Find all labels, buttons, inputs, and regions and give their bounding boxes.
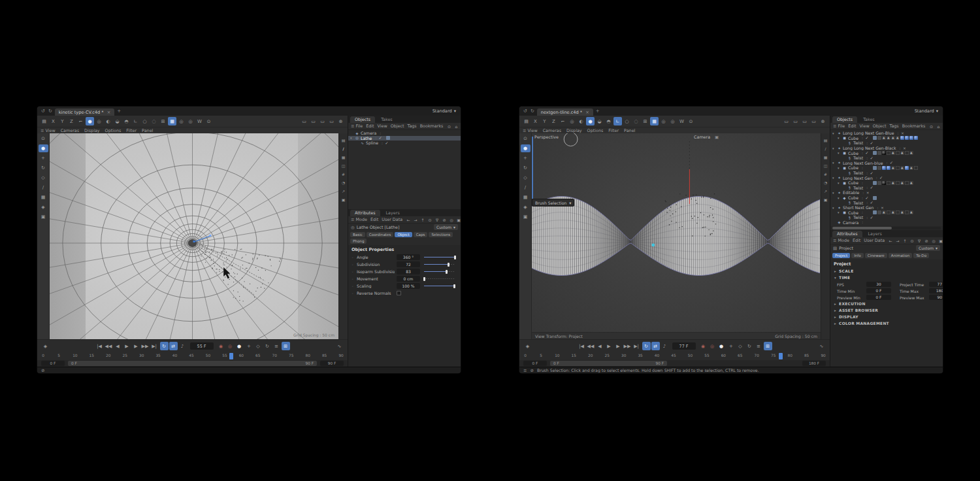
- tab-objects[interactable]: Objects: [350, 116, 375, 123]
- shade-palette-icon[interactable]: ◔: [339, 179, 348, 186]
- object-row-cube[interactable]: ▾◼Cube:▲▲▲: [830, 165, 943, 171]
- preset-dropdown[interactable]: Custom ▾: [434, 224, 458, 230]
- objects-menu-file[interactable]: File: [838, 124, 845, 129]
- new-panel-icon[interactable]: ▣: [455, 217, 461, 223]
- modeling-tool[interactable]: ▦: [39, 193, 48, 201]
- visibility-dots[interactable]: :: [866, 141, 868, 145]
- field-value-project-time[interactable]: 77 F: [929, 282, 943, 287]
- snap-icon[interactable]: ⊞: [159, 117, 167, 125]
- fcurve-icon[interactable]: ∿: [335, 342, 344, 350]
- section-tab-to-do[interactable]: To-Do: [913, 253, 929, 258]
- enable-state-icon[interactable]: ✓: [879, 176, 884, 180]
- key-position-toggle[interactable]: +: [245, 342, 253, 350]
- section-tab-cineware[interactable]: Cineware: [865, 253, 887, 258]
- expander-icon[interactable]: ▾: [832, 131, 836, 135]
- close-icon[interactable]: ×: [585, 110, 589, 115]
- tag-icon[interactable]: ▲: [896, 136, 900, 140]
- search-icon[interactable]: ⊙: [446, 124, 452, 129]
- back-icon[interactable]: ←: [887, 238, 894, 244]
- texture-mode-icon[interactable]: ◐: [577, 117, 585, 125]
- coord-system-icon[interactable]: ⌐: [76, 117, 85, 125]
- angle-slider[interactable]: [424, 255, 455, 260]
- wire-palette-icon[interactable]: #: [821, 171, 830, 177]
- enable-state-icon[interactable]: ×: [865, 191, 870, 195]
- filter-icon[interactable]: ∇: [460, 124, 461, 129]
- animation-mode-icon[interactable]: ◓: [122, 117, 131, 125]
- object-row-short-next-gen[interactable]: ▾✶Short Next Gen:×: [830, 205, 943, 210]
- brush-selection-button[interactable]: Brush Selection ▾: [532, 199, 574, 207]
- isolate-icon[interactable]: ⊙: [204, 117, 213, 125]
- pen-tool[interactable]: ∕: [521, 184, 531, 191]
- viewport-menu-view[interactable]: View: [527, 128, 537, 133]
- tag-icon[interactable]: [882, 181, 886, 185]
- back-icon[interactable]: ←: [405, 217, 412, 223]
- goto-start-button[interactable]: |◀: [95, 342, 104, 350]
- magnet-tool[interactable]: ◈: [39, 203, 48, 211]
- key-parameter-toggle[interactable]: ≡: [272, 342, 281, 350]
- workplane-icon[interactable]: ◎: [177, 117, 186, 125]
- y-axis-lock[interactable]: Y: [540, 117, 549, 125]
- visibility-dots[interactable]: :: [886, 161, 887, 165]
- object-row-long-long-next-gen-blue[interactable]: ▾✶Long Long Next Gen-Blue:×: [830, 131, 943, 136]
- animation-dot[interactable]: ◦: [351, 291, 355, 295]
- prev-key-button[interactable]: ◀◀: [105, 342, 113, 350]
- object-row-camera[interactable]: ◈Camera:: [348, 131, 461, 136]
- objects-menu-view[interactable]: View: [378, 124, 387, 129]
- viewport-menu-panel[interactable]: Panel: [142, 128, 153, 133]
- history-icon[interactable]: ◎: [930, 238, 937, 244]
- expander-icon[interactable]: ▾: [838, 210, 841, 214]
- layout-palette-icon[interactable]: ▤: [339, 137, 348, 143]
- viewport-menu-options[interactable]: Options: [105, 128, 122, 133]
- key-rotation-toggle[interactable]: ↻: [263, 342, 272, 350]
- objects-menu-edit[interactable]: Edit: [366, 124, 374, 129]
- viewport-menu-panel[interactable]: Panel: [624, 128, 635, 133]
- object-row-twist[interactable]: §Twist:✓: [830, 156, 943, 161]
- magnet-tool[interactable]: ◈: [521, 203, 531, 211]
- redo-icon[interactable]: ↻: [48, 107, 53, 116]
- visibility-dots[interactable]: :: [866, 201, 868, 205]
- model-mode-icon[interactable]: ◎: [95, 117, 103, 125]
- expander-icon[interactable]: ▾: [838, 181, 841, 185]
- section-tab-basic[interactable]: Basic: [350, 232, 365, 237]
- subdivision-slider[interactable]: [424, 262, 455, 267]
- tag-icon[interactable]: [882, 151, 886, 155]
- object-row-spline[interactable]: ∿Spline:✓: [348, 141, 461, 146]
- viewport-menu-display[interactable]: Display: [566, 128, 582, 133]
- brush-selection-tool[interactable]: ●: [586, 117, 595, 125]
- viewport-3d[interactable]: Grid Spacing : 50 cm: [50, 133, 338, 339]
- enable-state-icon[interactable]: ✓: [869, 171, 874, 175]
- z-axis-lock[interactable]: Z: [67, 117, 76, 125]
- keyframe-selection-button[interactable]: ●: [717, 342, 726, 350]
- visibility-dots[interactable]: :: [862, 220, 863, 224]
- horizontal-scrollbar[interactable]: [832, 227, 941, 229]
- visibility-dots[interactable]: :: [862, 136, 863, 140]
- tag-icon[interactable]: ▲: [891, 166, 895, 170]
- section-tab-animation[interactable]: Animation: [889, 253, 913, 258]
- expander-icon[interactable]: ▾: [838, 136, 841, 140]
- filter-icon[interactable]: ∇: [942, 124, 943, 129]
- snap-icon[interactable]: ⊞: [641, 117, 649, 125]
- subdivision-field[interactable]: 72: [397, 261, 420, 267]
- tag-icon[interactable]: [887, 210, 890, 214]
- next-key-button[interactable]: ▶▶: [623, 342, 632, 350]
- pen-palette-icon[interactable]: ∕: [821, 145, 830, 152]
- objects-menu-tags[interactable]: Tags: [890, 124, 899, 129]
- lock-icon[interactable]: ⊘: [441, 217, 448, 223]
- rotate-tool[interactable]: ↻: [39, 164, 48, 172]
- goto-start-button[interactable]: |◀: [578, 342, 586, 350]
- filter-icon[interactable]: ∇: [916, 238, 923, 244]
- scale-section-header[interactable]: ▸ SCALE: [830, 268, 943, 274]
- workplane-icon[interactable]: ◎: [659, 117, 668, 125]
- record-keyframe-button[interactable]: ◉: [217, 342, 225, 350]
- tag-icon[interactable]: [386, 136, 390, 140]
- autokey-button[interactable]: ◎: [226, 342, 235, 350]
- isoparm-subdivision-slider[interactable]: [424, 269, 455, 274]
- attributes-menu-edit[interactable]: Edit: [853, 238, 860, 243]
- save-icon[interactable]: ▤: [522, 117, 531, 125]
- section-header-asset-browser[interactable]: ASSET BROWSER: [830, 307, 943, 314]
- world-coords-icon[interactable]: W: [678, 117, 686, 125]
- section-header-execution[interactable]: EXECUTION: [830, 301, 943, 307]
- tab-attributes[interactable]: Attributes: [350, 210, 380, 216]
- object-row-camera[interactable]: ◈Camera:: [830, 220, 943, 225]
- viewport-menu-display[interactable]: Display: [84, 128, 100, 133]
